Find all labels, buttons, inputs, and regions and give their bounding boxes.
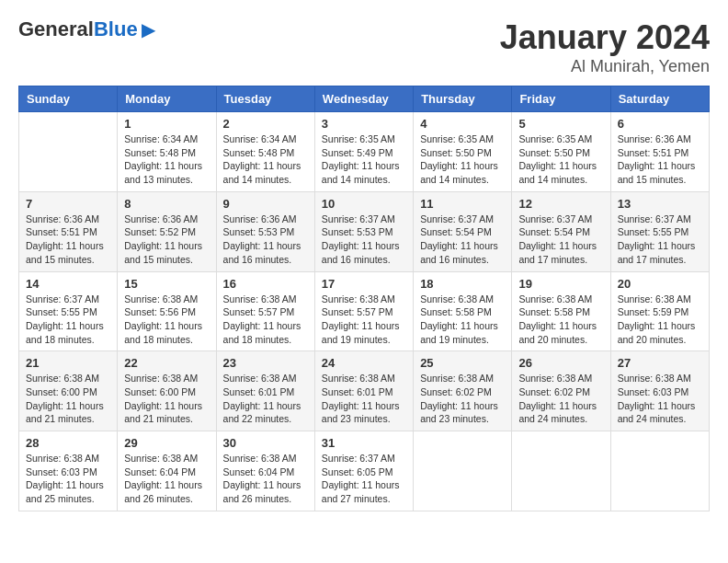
day-info: Sunrise: 6:36 AM Sunset: 5:53 PM Dayligh… <box>223 213 308 267</box>
weekday-header-row: Sunday Monday Tuesday Wednesday Thursday… <box>19 86 710 112</box>
header-thursday: Thursday <box>414 86 512 112</box>
week-row-4: 28Sunrise: 6:38 AM Sunset: 6:03 PM Dayli… <box>19 431 710 511</box>
day-info: Sunrise: 6:38 AM Sunset: 6:01 PM Dayligh… <box>223 372 308 426</box>
day-info: Sunrise: 6:37 AM Sunset: 5:53 PM Dayligh… <box>322 213 406 267</box>
table-cell: 25Sunrise: 6:38 AM Sunset: 6:02 PM Dayli… <box>414 351 512 431</box>
table-cell: 28Sunrise: 6:38 AM Sunset: 6:03 PM Dayli… <box>19 431 118 511</box>
day-number: 28 <box>26 436 110 450</box>
day-number: 30 <box>223 436 308 450</box>
week-row-0: 1Sunrise: 6:34 AM Sunset: 5:48 PM Daylig… <box>19 112 710 192</box>
table-cell: 13Sunrise: 6:37 AM Sunset: 5:55 PM Dayli… <box>610 191 709 271</box>
table-cell: 10Sunrise: 6:37 AM Sunset: 5:53 PM Dayli… <box>314 191 413 271</box>
header-wednesday: Wednesday <box>314 86 413 112</box>
day-number: 12 <box>518 197 603 211</box>
day-info: Sunrise: 6:34 AM Sunset: 5:48 PM Dayligh… <box>223 132 308 187</box>
day-number: 15 <box>124 277 209 291</box>
week-row-2: 14Sunrise: 6:37 AM Sunset: 5:55 PM Dayli… <box>19 271 710 351</box>
table-cell: 14Sunrise: 6:37 AM Sunset: 5:55 PM Dayli… <box>19 271 118 351</box>
day-number: 6 <box>618 117 702 131</box>
header-friday: Friday <box>512 86 610 112</box>
table-cell: 15Sunrise: 6:38 AM Sunset: 5:56 PM Dayli… <box>118 271 216 351</box>
day-info: Sunrise: 6:36 AM Sunset: 5:51 PM Dayligh… <box>618 132 702 187</box>
logo: GeneralBlue ▶ <box>18 18 155 40</box>
table-cell: 9Sunrise: 6:36 AM Sunset: 5:53 PM Daylig… <box>216 191 314 271</box>
table-cell: 6Sunrise: 6:36 AM Sunset: 5:51 PM Daylig… <box>610 112 709 192</box>
table-cell: 22Sunrise: 6:38 AM Sunset: 6:00 PM Dayli… <box>118 351 216 431</box>
day-info: Sunrise: 6:38 AM Sunset: 5:57 PM Dayligh… <box>322 293 406 347</box>
day-number: 4 <box>420 117 505 131</box>
table-cell: 16Sunrise: 6:38 AM Sunset: 5:57 PM Dayli… <box>216 271 314 351</box>
day-info: Sunrise: 6:35 AM Sunset: 5:49 PM Dayligh… <box>322 132 406 187</box>
logo-bird-icon: ▶ <box>142 18 155 40</box>
table-cell: 1Sunrise: 6:34 AM Sunset: 5:48 PM Daylig… <box>118 112 216 192</box>
day-number: 27 <box>618 356 702 370</box>
header: GeneralBlue ▶ January 2024 Al Munirah, Y… <box>18 18 710 76</box>
header-sunday: Sunday <box>19 86 118 112</box>
day-number: 5 <box>518 117 603 131</box>
table-cell: 23Sunrise: 6:38 AM Sunset: 6:01 PM Dayli… <box>216 351 314 431</box>
day-number: 13 <box>618 197 702 211</box>
day-info: Sunrise: 6:38 AM Sunset: 5:57 PM Dayligh… <box>223 293 308 347</box>
table-cell: 7Sunrise: 6:36 AM Sunset: 5:51 PM Daylig… <box>19 191 118 271</box>
table-cell <box>19 112 118 192</box>
day-number: 1 <box>124 117 209 131</box>
day-number: 14 <box>26 277 110 291</box>
day-number: 3 <box>322 117 406 131</box>
day-info: Sunrise: 6:38 AM Sunset: 6:00 PM Dayligh… <box>124 372 209 426</box>
day-number: 20 <box>618 277 702 291</box>
day-info: Sunrise: 6:37 AM Sunset: 5:54 PM Dayligh… <box>518 213 603 267</box>
day-info: Sunrise: 6:36 AM Sunset: 5:51 PM Dayligh… <box>26 213 110 267</box>
day-info: Sunrise: 6:37 AM Sunset: 5:55 PM Dayligh… <box>618 213 702 267</box>
table-cell: 2Sunrise: 6:34 AM Sunset: 5:48 PM Daylig… <box>216 112 314 192</box>
day-info: Sunrise: 6:38 AM Sunset: 6:02 PM Dayligh… <box>420 372 505 426</box>
day-info: Sunrise: 6:38 AM Sunset: 6:01 PM Dayligh… <box>322 372 406 426</box>
day-info: Sunrise: 6:38 AM Sunset: 6:03 PM Dayligh… <box>618 372 702 426</box>
table-cell: 29Sunrise: 6:38 AM Sunset: 6:04 PM Dayli… <box>118 431 216 511</box>
table-cell: 24Sunrise: 6:38 AM Sunset: 6:01 PM Dayli… <box>314 351 413 431</box>
day-number: 19 <box>518 277 603 291</box>
table-cell: 21Sunrise: 6:38 AM Sunset: 6:00 PM Dayli… <box>19 351 118 431</box>
day-info: Sunrise: 6:38 AM Sunset: 5:58 PM Dayligh… <box>420 293 505 347</box>
calendar-table: Sunday Monday Tuesday Wednesday Thursday… <box>18 86 710 511</box>
day-number: 17 <box>322 277 406 291</box>
table-cell <box>512 431 610 511</box>
table-cell: 30Sunrise: 6:38 AM Sunset: 6:04 PM Dayli… <box>216 431 314 511</box>
header-tuesday: Tuesday <box>216 86 314 112</box>
month-title: January 2024 <box>500 18 710 57</box>
table-cell: 17Sunrise: 6:38 AM Sunset: 5:57 PM Dayli… <box>314 271 413 351</box>
day-number: 22 <box>124 356 209 370</box>
day-info: Sunrise: 6:37 AM Sunset: 5:55 PM Dayligh… <box>26 293 110 347</box>
day-info: Sunrise: 6:38 AM Sunset: 6:04 PM Dayligh… <box>124 452 209 506</box>
table-cell: 11Sunrise: 6:37 AM Sunset: 5:54 PM Dayli… <box>414 191 512 271</box>
table-cell: 3Sunrise: 6:35 AM Sunset: 5:49 PM Daylig… <box>314 112 413 192</box>
day-number: 31 <box>322 436 406 450</box>
page-container: GeneralBlue ▶ January 2024 Al Munirah, Y… <box>18 18 710 511</box>
day-info: Sunrise: 6:38 AM Sunset: 5:59 PM Dayligh… <box>618 293 702 347</box>
logo-general-text: General <box>18 17 94 40</box>
week-row-1: 7Sunrise: 6:36 AM Sunset: 5:51 PM Daylig… <box>19 191 710 271</box>
day-number: 7 <box>26 197 110 211</box>
table-cell <box>414 431 512 511</box>
header-saturday: Saturday <box>610 86 709 112</box>
week-row-3: 21Sunrise: 6:38 AM Sunset: 6:00 PM Dayli… <box>19 351 710 431</box>
location-title: Al Munirah, Yemen <box>500 57 710 76</box>
table-cell: 4Sunrise: 6:35 AM Sunset: 5:50 PM Daylig… <box>414 112 512 192</box>
day-info: Sunrise: 6:37 AM Sunset: 5:54 PM Dayligh… <box>420 213 505 267</box>
day-info: Sunrise: 6:37 AM Sunset: 6:05 PM Dayligh… <box>322 452 406 506</box>
title-section: January 2024 Al Munirah, Yemen <box>500 18 710 76</box>
table-cell: 26Sunrise: 6:38 AM Sunset: 6:02 PM Dayli… <box>512 351 610 431</box>
day-info: Sunrise: 6:34 AM Sunset: 5:48 PM Dayligh… <box>124 132 209 187</box>
header-monday: Monday <box>118 86 216 112</box>
table-cell: 18Sunrise: 6:38 AM Sunset: 5:58 PM Dayli… <box>414 271 512 351</box>
day-number: 21 <box>26 356 110 370</box>
day-number: 24 <box>322 356 406 370</box>
day-number: 16 <box>223 277 308 291</box>
day-info: Sunrise: 6:38 AM Sunset: 6:03 PM Dayligh… <box>26 452 110 506</box>
day-info: Sunrise: 6:35 AM Sunset: 5:50 PM Dayligh… <box>420 132 505 187</box>
table-cell: 5Sunrise: 6:35 AM Sunset: 5:50 PM Daylig… <box>512 112 610 192</box>
day-number: 9 <box>223 197 308 211</box>
day-number: 26 <box>518 356 603 370</box>
day-info: Sunrise: 6:36 AM Sunset: 5:52 PM Dayligh… <box>124 213 209 267</box>
table-cell <box>610 431 709 511</box>
day-info: Sunrise: 6:38 AM Sunset: 6:00 PM Dayligh… <box>26 372 110 426</box>
